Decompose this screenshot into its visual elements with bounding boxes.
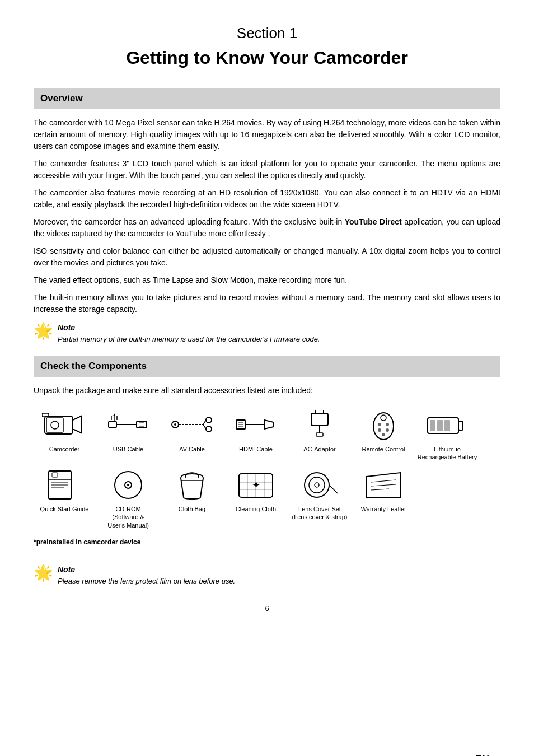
component-quick-start-label: Quick Start Guide: [40, 505, 89, 513]
component-cleaning-cloth: ✦ Cleaning Cloth: [225, 466, 287, 529]
note-title-1: Note: [58, 322, 320, 334]
bottom-note: 🌟 Note Please remove the lens protect fi…: [34, 564, 500, 587]
svg-line-67: [371, 484, 396, 486]
svg-point-34: [378, 423, 381, 426]
cleaning-cloth-icon: ✦: [233, 466, 278, 503]
svg-rect-27: [311, 413, 328, 426]
component-camcorder-label: Camcorder: [49, 445, 79, 453]
svg-rect-7: [137, 421, 147, 428]
svg-rect-1: [46, 418, 63, 432]
component-remote-control: Remote Control: [353, 407, 414, 461]
camcorder-icon: [42, 407, 87, 443]
overview-note: 🌟 Note Partial memory of the built-in me…: [34, 322, 500, 345]
note-icon-2: 🌟: [34, 565, 53, 581]
component-lens-cover: Lens Cover Set(Lens cover & strap): [289, 466, 350, 529]
ac-adaptor-icon: [297, 407, 342, 443]
note-title-2: Note: [58, 564, 235, 576]
note-content-2: Note Please remove the lens protect film…: [58, 564, 235, 587]
svg-point-35: [386, 423, 389, 426]
youtube-bold: YouTube Direct: [345, 217, 402, 226]
svg-text:✦: ✦: [252, 479, 260, 491]
svg-line-20: [203, 424, 206, 429]
overview-para-5: ISO sensitivity and color balance can ei…: [34, 245, 500, 269]
overview-para-6: The varied effect options, such as Time …: [34, 274, 500, 286]
overview-para-2: The camcorder features 3" LCD touch pane…: [34, 158, 500, 181]
component-remote-control-label: Remote Control: [362, 445, 405, 453]
battery-icon: [425, 407, 470, 443]
svg-point-17: [206, 417, 212, 423]
lens-cover-icon: [297, 466, 342, 503]
component-camcorder: Camcorder: [34, 407, 95, 461]
component-battery-label: Lithium-io Rechargeable Battery: [416, 445, 478, 461]
component-usb-cable-label: USB Cable: [113, 445, 143, 453]
component-ac-adaptor: AC-Adaptor: [289, 407, 350, 461]
overview-para-3: The camcorder also features movie record…: [34, 187, 500, 211]
svg-rect-46: [52, 473, 58, 477]
component-cleaning-cloth-label: Cleaning Cloth: [236, 505, 276, 513]
note-content-1: Note Partial memory of the built-in memo…: [58, 322, 320, 345]
section-label: Section 1: [34, 22, 500, 44]
svg-point-62: [309, 477, 325, 493]
note-text-2: Please remove the lens protect film on l…: [58, 576, 235, 587]
svg-point-37: [386, 428, 389, 432]
svg-point-18: [206, 426, 212, 432]
svg-point-61: [305, 473, 329, 497]
component-lens-cover-label: Lens Cover Set(Lens cover & strap): [292, 505, 347, 521]
svg-line-64: [329, 485, 338, 493]
svg-rect-5: [109, 422, 116, 427]
cd-rom-icon: [106, 466, 151, 503]
component-hdmi-cable: HDMI Cable: [225, 407, 287, 461]
svg-marker-2: [73, 416, 81, 433]
svg-line-66: [371, 480, 396, 482]
page-wrapper: Section 1 Getting to Know Your Camcorder…: [34, 22, 500, 756]
svg-rect-29: [316, 433, 323, 436]
quick-start-icon: [42, 466, 87, 503]
component-usb-cable: USB Cable: [97, 407, 159, 461]
svg-marker-11: [113, 413, 115, 416]
preinstalled-note: *preinstalled in camcorder device: [34, 537, 500, 547]
svg-point-63: [315, 483, 319, 487]
hdmi-cable-icon: [233, 407, 278, 443]
svg-point-33: [381, 415, 386, 421]
component-battery: Lithium-io Rechargeable Battery: [416, 407, 478, 461]
component-cd-rom: CD-ROM(Software &User's Manual): [97, 466, 159, 529]
svg-point-3: [51, 421, 59, 429]
av-cable-icon: [170, 407, 214, 443]
svg-rect-42: [437, 420, 443, 431]
svg-point-38: [382, 433, 385, 436]
component-cd-rom-label: CD-ROM(Software &User's Manual): [107, 505, 149, 529]
components-grid: Camcorder USB Cable: [34, 407, 500, 529]
svg-point-52: [127, 484, 129, 486]
component-quick-start: Quick Start Guide: [34, 466, 95, 529]
overview-para-7: The built-in memory allows you to take p…: [34, 292, 500, 315]
svg-rect-40: [458, 421, 463, 430]
cloth-bag-icon: [170, 466, 214, 503]
page-header: Section 1 Getting to Know Your Camcorder: [34, 22, 500, 71]
component-ac-adaptor-label: AC-Adaptor: [303, 445, 335, 453]
note-icon-1: 🌟: [34, 323, 53, 339]
svg-point-36: [378, 428, 381, 432]
svg-line-19: [203, 420, 206, 424]
component-cloth-bag: Cloth Bag: [161, 466, 223, 529]
component-av-cable: AV Cable: [161, 407, 223, 461]
warranty-icon: [361, 466, 406, 503]
svg-rect-41: [430, 420, 435, 431]
component-av-cable-label: AV Cable: [179, 445, 205, 453]
components-heading: Check the Components: [40, 359, 494, 374]
component-hdmi-cable-label: HDMI Cable: [239, 445, 273, 453]
components-heading-box: Check the Components: [34, 356, 500, 377]
svg-rect-43: [444, 420, 450, 431]
overview-heading: Overview: [40, 91, 494, 106]
svg-point-16: [174, 423, 176, 426]
component-warranty: Warranty Leaflet: [353, 466, 414, 529]
note-text-1: Partial memory of the built-in memory is…: [58, 334, 320, 345]
en-label: EN: [475, 752, 489, 756]
component-cloth-bag-label: Cloth Bag: [179, 505, 205, 513]
page-number: 6: [34, 603, 500, 614]
svg-line-68: [371, 489, 389, 490]
overview-para-1: The camcorder with 10 Mega Pixel sensor …: [34, 117, 500, 152]
remote-control-icon: [361, 407, 406, 443]
component-warranty-label: Warranty Leaflet: [361, 505, 406, 513]
components-intro: Unpack the package and make sure all sta…: [34, 385, 500, 396]
usb-cable-icon: [106, 407, 151, 443]
